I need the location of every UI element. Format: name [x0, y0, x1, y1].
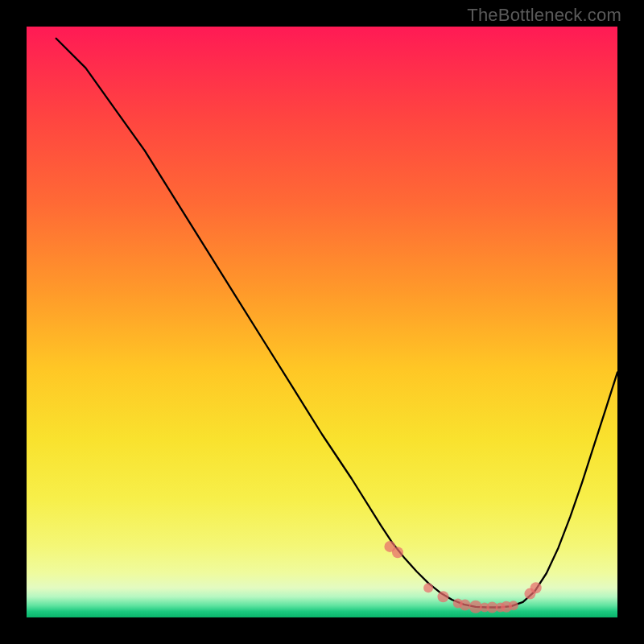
- highlight-dots-group: [384, 541, 541, 613]
- highlight-dot: [438, 591, 449, 602]
- highlight-dot: [460, 600, 471, 611]
- watermark-text: TheBottleneck.com: [467, 5, 621, 26]
- highlight-dot: [423, 583, 433, 592]
- bottleneck-curve: [56, 39, 617, 608]
- highlight-dot: [392, 547, 403, 558]
- curve-svg: [27, 27, 617, 617]
- plot-area: [27, 27, 617, 617]
- chart-stage: TheBottleneck.com: [0, 0, 644, 644]
- highlight-dot: [509, 601, 518, 610]
- highlight-dot: [530, 582, 542, 593]
